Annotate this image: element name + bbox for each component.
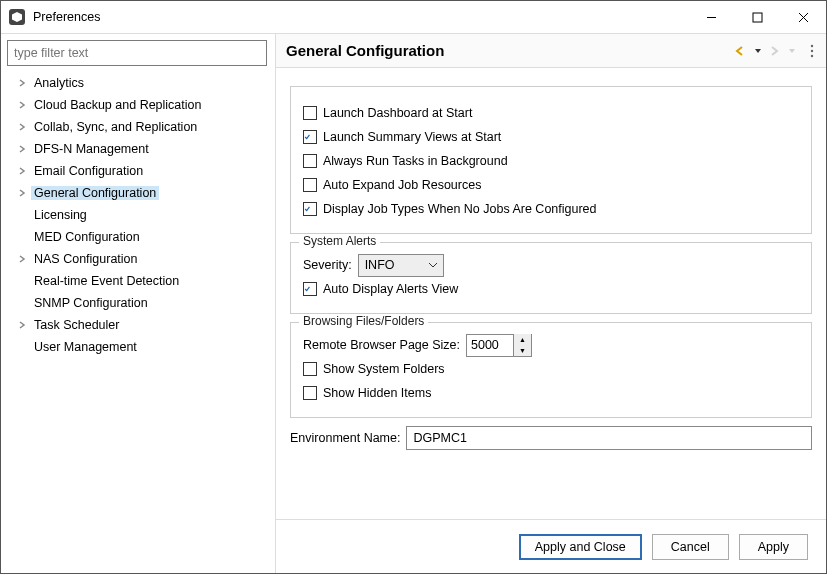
launch-summary-checkbox[interactable] <box>303 130 317 144</box>
show-hidden-row[interactable]: Show Hidden Items <box>303 381 799 405</box>
spinner-up-icon[interactable]: ▲ <box>514 334 531 345</box>
expand-icon[interactable] <box>15 164 29 178</box>
spinner-down-icon[interactable]: ▼ <box>514 345 531 356</box>
tree-item-label: General Configuration <box>31 186 159 200</box>
apply-close-button[interactable]: Apply and Close <box>519 534 642 560</box>
expand-icon <box>15 340 29 354</box>
tree-item-email-configuration[interactable]: Email Configuration <box>7 160 269 182</box>
auto-display-alerts-label: Auto Display Alerts View <box>323 282 458 296</box>
expand-icon[interactable] <box>15 186 29 200</box>
close-button[interactable] <box>780 1 826 33</box>
tree-item-label: Task Scheduler <box>31 318 122 332</box>
expand-icon <box>15 296 29 310</box>
preference-tree: AnalyticsCloud Backup and ReplicationCol… <box>7 70 269 358</box>
launch-summary-label: Launch Summary Views at Start <box>323 130 501 144</box>
titlebar: Preferences <box>1 1 826 33</box>
launch-dashboard-label: Launch Dashboard at Start <box>323 106 472 120</box>
tree-item-label: SNMP Configuration <box>31 296 151 310</box>
back-menu-icon[interactable] <box>754 45 762 57</box>
tree-item-analytics[interactable]: Analytics <box>7 72 269 94</box>
tree-item-label: MED Configuration <box>31 230 143 244</box>
environment-input[interactable] <box>406 426 812 450</box>
tree-item-dfs-n-management[interactable]: DFS-N Management <box>7 138 269 160</box>
tree-item-cloud-backup-and-replication[interactable]: Cloud Backup and Replication <box>7 94 269 116</box>
browsing-legend: Browsing Files/Folders <box>299 314 428 328</box>
cancel-button[interactable]: Cancel <box>652 534 729 560</box>
severity-value: INFO <box>359 258 423 272</box>
tree-item-collab-sync-and-replication[interactable]: Collab, Sync, and Replication <box>7 116 269 138</box>
page-size-spinner[interactable]: 5000 ▲ ▼ <box>466 334 532 357</box>
page-size-value[interactable]: 5000 <box>467 338 513 352</box>
apply-button[interactable]: Apply <box>739 534 808 560</box>
tree-item-task-scheduler[interactable]: Task Scheduler <box>7 314 269 336</box>
back-icon[interactable] <box>734 45 748 57</box>
show-system-label: Show System Folders <box>323 362 445 376</box>
display-job-types-row[interactable]: Display Job Types When No Jobs Are Confi… <box>303 197 799 221</box>
auto-expand-checkbox[interactable] <box>303 178 317 192</box>
expand-icon[interactable] <box>15 252 29 266</box>
tree-item-label: Cloud Backup and Replication <box>31 98 204 112</box>
filter-input[interactable] <box>7 40 267 66</box>
display-job-types-checkbox[interactable] <box>303 202 317 216</box>
expand-icon <box>15 230 29 244</box>
tree-item-label: Licensing <box>31 208 90 222</box>
page-size-label: Remote Browser Page Size: <box>303 338 460 352</box>
page-header: General Configuration <box>276 34 826 68</box>
show-hidden-label: Show Hidden Items <box>323 386 431 400</box>
svg-point-5 <box>811 44 813 46</box>
expand-icon[interactable] <box>15 318 29 332</box>
severity-select[interactable]: INFO <box>358 254 444 277</box>
svg-marker-0 <box>12 12 22 22</box>
always-bg-row[interactable]: Always Run Tasks in Background <box>303 149 799 173</box>
auto-display-alerts-checkbox[interactable] <box>303 282 317 296</box>
tree-item-label: DFS-N Management <box>31 142 152 156</box>
main-panel: General Configuration Launch Dashboard a… <box>276 34 826 573</box>
footer: Apply and Close Cancel Apply <box>276 519 826 573</box>
tree-item-user-management[interactable]: User Management <box>7 336 269 358</box>
maximize-button[interactable] <box>734 1 780 33</box>
environment-label: Environment Name: <box>290 431 400 445</box>
page-title: General Configuration <box>286 42 734 59</box>
tree-item-label: Collab, Sync, and Replication <box>31 120 200 134</box>
expand-icon[interactable] <box>15 98 29 112</box>
auto-expand-row[interactable]: Auto Expand Job Resources <box>303 173 799 197</box>
always-bg-label: Always Run Tasks in Background <box>323 154 508 168</box>
forward-menu-icon <box>788 45 796 57</box>
show-system-row[interactable]: Show System Folders <box>303 357 799 381</box>
tree-item-general-configuration[interactable]: General Configuration <box>7 182 269 204</box>
tree-item-label: User Management <box>31 340 140 354</box>
svg-point-6 <box>811 49 813 51</box>
expand-icon[interactable] <box>15 120 29 134</box>
tree-item-real-time-event-detection[interactable]: Real-time Event Detection <box>7 270 269 292</box>
tree-item-label: Analytics <box>31 76 87 90</box>
expand-icon[interactable] <box>15 76 29 90</box>
sidebar: AnalyticsCloud Backup and ReplicationCol… <box>1 34 276 573</box>
tree-item-med-configuration[interactable]: MED Configuration <box>7 226 269 248</box>
display-job-types-label: Display Job Types When No Jobs Are Confi… <box>323 202 597 216</box>
svg-rect-2 <box>753 13 762 22</box>
show-hidden-checkbox[interactable] <box>303 386 317 400</box>
auto-display-alerts-row[interactable]: Auto Display Alerts View <box>303 277 799 301</box>
startup-group: Launch Dashboard at Start Launch Summary… <box>290 86 812 234</box>
always-bg-checkbox[interactable] <box>303 154 317 168</box>
chevron-down-icon[interactable] <box>423 255 443 276</box>
tree-item-snmp-configuration[interactable]: SNMP Configuration <box>7 292 269 314</box>
system-alerts-legend: System Alerts <box>299 234 380 248</box>
tree-item-label: NAS Configuration <box>31 252 141 266</box>
launch-summary-row[interactable]: Launch Summary Views at Start <box>303 125 799 149</box>
tree-item-label: Email Configuration <box>31 164 146 178</box>
expand-icon <box>15 208 29 222</box>
window-title: Preferences <box>33 10 688 24</box>
launch-dashboard-checkbox[interactable] <box>303 106 317 120</box>
expand-icon[interactable] <box>15 142 29 156</box>
environment-row: Environment Name: <box>290 426 812 450</box>
minimize-button[interactable] <box>688 1 734 33</box>
auto-expand-label: Auto Expand Job Resources <box>323 178 481 192</box>
menu-icon[interactable] <box>808 43 816 59</box>
preferences-window: Preferences AnalyticsCloud Backup and Re… <box>0 0 827 574</box>
show-system-checkbox[interactable] <box>303 362 317 376</box>
launch-dashboard-row[interactable]: Launch Dashboard at Start <box>303 101 799 125</box>
tree-item-nas-configuration[interactable]: NAS Configuration <box>7 248 269 270</box>
severity-label: Severity: <box>303 258 352 272</box>
tree-item-licensing[interactable]: Licensing <box>7 204 269 226</box>
